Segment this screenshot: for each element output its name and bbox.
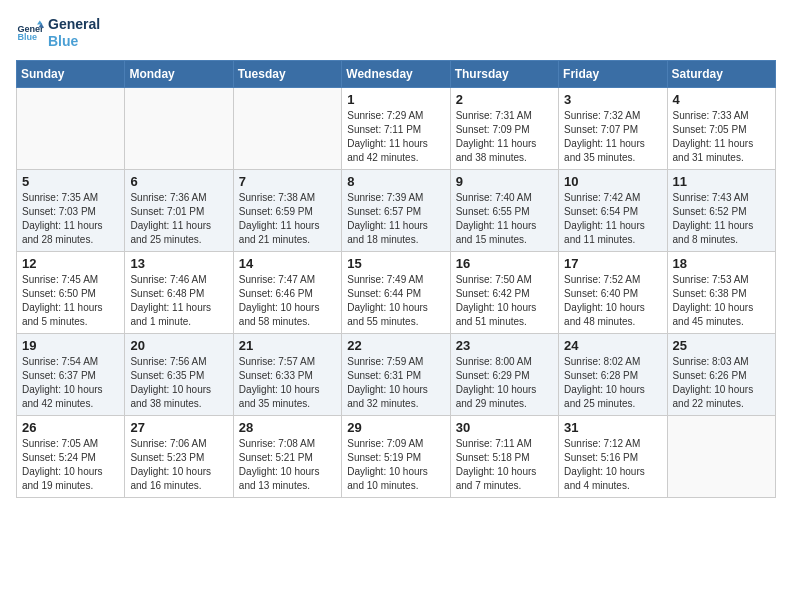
day-number: 12 — [22, 256, 119, 271]
calendar-cell — [233, 87, 341, 169]
day-number: 17 — [564, 256, 661, 271]
calendar-cell: 5Sunrise: 7:35 AM Sunset: 7:03 PM Daylig… — [17, 169, 125, 251]
calendar-cell: 1Sunrise: 7:29 AM Sunset: 7:11 PM Daylig… — [342, 87, 450, 169]
day-number: 22 — [347, 338, 444, 353]
calendar-cell: 29Sunrise: 7:09 AM Sunset: 5:19 PM Dayli… — [342, 415, 450, 497]
day-info: Sunrise: 7:12 AM Sunset: 5:16 PM Dayligh… — [564, 437, 661, 493]
logo-general: General — [48, 16, 100, 33]
day-number: 26 — [22, 420, 119, 435]
calendar-cell: 7Sunrise: 7:38 AM Sunset: 6:59 PM Daylig… — [233, 169, 341, 251]
calendar-week-3: 12Sunrise: 7:45 AM Sunset: 6:50 PM Dayli… — [17, 251, 776, 333]
day-info: Sunrise: 7:53 AM Sunset: 6:38 PM Dayligh… — [673, 273, 770, 329]
calendar-cell: 27Sunrise: 7:06 AM Sunset: 5:23 PM Dayli… — [125, 415, 233, 497]
day-number: 16 — [456, 256, 553, 271]
logo: General Blue General Blue — [16, 16, 100, 50]
calendar-cell: 23Sunrise: 8:00 AM Sunset: 6:29 PM Dayli… — [450, 333, 558, 415]
day-info: Sunrise: 7:31 AM Sunset: 7:09 PM Dayligh… — [456, 109, 553, 165]
col-header-wednesday: Wednesday — [342, 60, 450, 87]
calendar-week-1: 1Sunrise: 7:29 AM Sunset: 7:11 PM Daylig… — [17, 87, 776, 169]
svg-marker-2 — [37, 20, 43, 24]
day-info: Sunrise: 8:03 AM Sunset: 6:26 PM Dayligh… — [673, 355, 770, 411]
day-info: Sunrise: 7:32 AM Sunset: 7:07 PM Dayligh… — [564, 109, 661, 165]
day-number: 23 — [456, 338, 553, 353]
day-number: 11 — [673, 174, 770, 189]
calendar-cell: 22Sunrise: 7:59 AM Sunset: 6:31 PM Dayli… — [342, 333, 450, 415]
day-number: 19 — [22, 338, 119, 353]
day-number: 31 — [564, 420, 661, 435]
calendar-cell: 9Sunrise: 7:40 AM Sunset: 6:55 PM Daylig… — [450, 169, 558, 251]
day-info: Sunrise: 7:46 AM Sunset: 6:48 PM Dayligh… — [130, 273, 227, 329]
day-number: 5 — [22, 174, 119, 189]
day-info: Sunrise: 7:08 AM Sunset: 5:21 PM Dayligh… — [239, 437, 336, 493]
day-number: 8 — [347, 174, 444, 189]
calendar-week-2: 5Sunrise: 7:35 AM Sunset: 7:03 PM Daylig… — [17, 169, 776, 251]
calendar-cell: 10Sunrise: 7:42 AM Sunset: 6:54 PM Dayli… — [559, 169, 667, 251]
day-number: 20 — [130, 338, 227, 353]
col-header-tuesday: Tuesday — [233, 60, 341, 87]
calendar-cell — [667, 415, 775, 497]
day-info: Sunrise: 7:56 AM Sunset: 6:35 PM Dayligh… — [130, 355, 227, 411]
calendar-cell — [125, 87, 233, 169]
calendar-cell: 25Sunrise: 8:03 AM Sunset: 6:26 PM Dayli… — [667, 333, 775, 415]
day-number: 1 — [347, 92, 444, 107]
day-info: Sunrise: 7:57 AM Sunset: 6:33 PM Dayligh… — [239, 355, 336, 411]
day-info: Sunrise: 7:50 AM Sunset: 6:42 PM Dayligh… — [456, 273, 553, 329]
day-number: 28 — [239, 420, 336, 435]
calendar-cell: 19Sunrise: 7:54 AM Sunset: 6:37 PM Dayli… — [17, 333, 125, 415]
calendar-cell: 4Sunrise: 7:33 AM Sunset: 7:05 PM Daylig… — [667, 87, 775, 169]
day-number: 10 — [564, 174, 661, 189]
col-header-saturday: Saturday — [667, 60, 775, 87]
calendar-cell: 3Sunrise: 7:32 AM Sunset: 7:07 PM Daylig… — [559, 87, 667, 169]
day-info: Sunrise: 7:36 AM Sunset: 7:01 PM Dayligh… — [130, 191, 227, 247]
calendar-cell: 14Sunrise: 7:47 AM Sunset: 6:46 PM Dayli… — [233, 251, 341, 333]
day-number: 30 — [456, 420, 553, 435]
calendar-table: SundayMondayTuesdayWednesdayThursdayFrid… — [16, 60, 776, 498]
day-number: 9 — [456, 174, 553, 189]
calendar-cell: 11Sunrise: 7:43 AM Sunset: 6:52 PM Dayli… — [667, 169, 775, 251]
calendar-header-row: SundayMondayTuesdayWednesdayThursdayFrid… — [17, 60, 776, 87]
day-info: Sunrise: 7:06 AM Sunset: 5:23 PM Dayligh… — [130, 437, 227, 493]
day-number: 15 — [347, 256, 444, 271]
day-info: Sunrise: 7:35 AM Sunset: 7:03 PM Dayligh… — [22, 191, 119, 247]
calendar-cell: 28Sunrise: 7:08 AM Sunset: 5:21 PM Dayli… — [233, 415, 341, 497]
day-number: 3 — [564, 92, 661, 107]
page-header: General Blue General Blue — [16, 16, 776, 50]
day-number: 27 — [130, 420, 227, 435]
day-number: 21 — [239, 338, 336, 353]
day-number: 4 — [673, 92, 770, 107]
day-info: Sunrise: 7:49 AM Sunset: 6:44 PM Dayligh… — [347, 273, 444, 329]
day-info: Sunrise: 7:52 AM Sunset: 6:40 PM Dayligh… — [564, 273, 661, 329]
day-number: 2 — [456, 92, 553, 107]
logo-blue: Blue — [48, 33, 100, 50]
svg-text:Blue: Blue — [17, 32, 37, 42]
calendar-week-4: 19Sunrise: 7:54 AM Sunset: 6:37 PM Dayli… — [17, 333, 776, 415]
calendar-cell: 16Sunrise: 7:50 AM Sunset: 6:42 PM Dayli… — [450, 251, 558, 333]
calendar-cell: 15Sunrise: 7:49 AM Sunset: 6:44 PM Dayli… — [342, 251, 450, 333]
day-info: Sunrise: 7:43 AM Sunset: 6:52 PM Dayligh… — [673, 191, 770, 247]
day-info: Sunrise: 8:00 AM Sunset: 6:29 PM Dayligh… — [456, 355, 553, 411]
calendar-cell: 21Sunrise: 7:57 AM Sunset: 6:33 PM Dayli… — [233, 333, 341, 415]
day-info: Sunrise: 7:47 AM Sunset: 6:46 PM Dayligh… — [239, 273, 336, 329]
col-header-monday: Monday — [125, 60, 233, 87]
day-number: 7 — [239, 174, 336, 189]
calendar-cell: 12Sunrise: 7:45 AM Sunset: 6:50 PM Dayli… — [17, 251, 125, 333]
calendar-cell: 31Sunrise: 7:12 AM Sunset: 5:16 PM Dayli… — [559, 415, 667, 497]
day-info: Sunrise: 7:11 AM Sunset: 5:18 PM Dayligh… — [456, 437, 553, 493]
calendar-cell: 8Sunrise: 7:39 AM Sunset: 6:57 PM Daylig… — [342, 169, 450, 251]
calendar-cell: 30Sunrise: 7:11 AM Sunset: 5:18 PM Dayli… — [450, 415, 558, 497]
day-number: 18 — [673, 256, 770, 271]
day-number: 14 — [239, 256, 336, 271]
day-info: Sunrise: 7:45 AM Sunset: 6:50 PM Dayligh… — [22, 273, 119, 329]
col-header-sunday: Sunday — [17, 60, 125, 87]
day-number: 25 — [673, 338, 770, 353]
day-number: 29 — [347, 420, 444, 435]
day-info: Sunrise: 7:39 AM Sunset: 6:57 PM Dayligh… — [347, 191, 444, 247]
logo-icon: General Blue — [16, 19, 44, 47]
calendar-cell: 26Sunrise: 7:05 AM Sunset: 5:24 PM Dayli… — [17, 415, 125, 497]
day-number: 6 — [130, 174, 227, 189]
calendar-cell: 18Sunrise: 7:53 AM Sunset: 6:38 PM Dayli… — [667, 251, 775, 333]
day-info: Sunrise: 7:09 AM Sunset: 5:19 PM Dayligh… — [347, 437, 444, 493]
calendar-cell: 2Sunrise: 7:31 AM Sunset: 7:09 PM Daylig… — [450, 87, 558, 169]
calendar-cell: 17Sunrise: 7:52 AM Sunset: 6:40 PM Dayli… — [559, 251, 667, 333]
day-info: Sunrise: 7:54 AM Sunset: 6:37 PM Dayligh… — [22, 355, 119, 411]
